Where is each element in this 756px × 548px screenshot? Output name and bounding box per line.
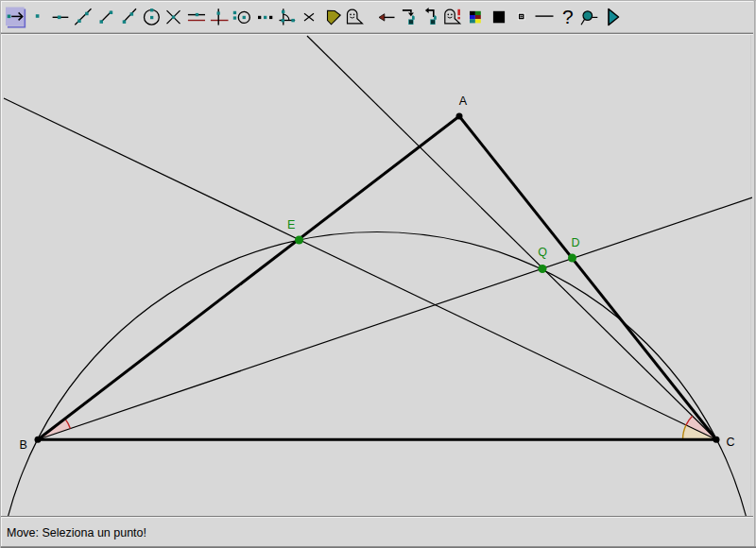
svg-text:A: A	[459, 94, 468, 108]
svg-text:E: E	[287, 218, 295, 231]
svg-text:B: B	[20, 438, 27, 452]
svg-text:Q: Q	[538, 246, 547, 259]
svg-text:D: D	[572, 236, 580, 249]
svg-text:C: C	[727, 436, 735, 449]
svg-text:?: ?	[562, 6, 574, 27]
